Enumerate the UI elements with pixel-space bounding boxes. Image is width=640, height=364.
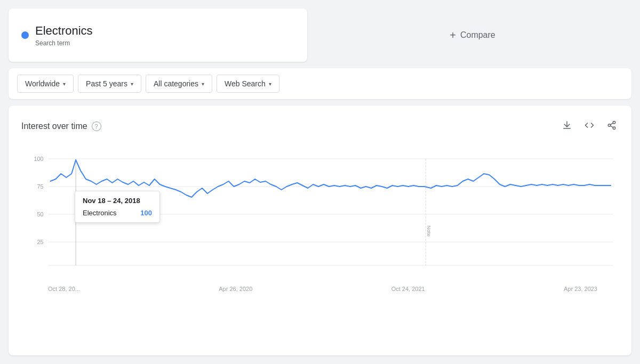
- download-button[interactable]: [560, 118, 574, 134]
- search-term-name: Electronics: [35, 23, 93, 39]
- svg-point-2: [613, 127, 615, 130]
- svg-line-4: [610, 123, 613, 125]
- chart-actions: [560, 118, 619, 134]
- share-button[interactable]: [605, 118, 619, 134]
- embed-button[interactable]: [582, 118, 596, 134]
- time-range-chevron-icon: ▾: [131, 81, 133, 87]
- region-filter[interactable]: Worldwide ▾: [17, 75, 74, 93]
- x-label-3: Oct 24, 2021: [391, 286, 425, 292]
- category-label: All categories: [154, 79, 198, 88]
- svg-point-0: [613, 122, 615, 124]
- help-icon[interactable]: ?: [92, 122, 101, 131]
- search-term-label-text: Search term: [35, 39, 93, 47]
- svg-text:Note: Note: [426, 225, 432, 237]
- chart-header: Interest over time ?: [21, 118, 619, 134]
- compare-label: Compare: [460, 30, 495, 40]
- time-range-label: Past 5 years: [86, 79, 127, 88]
- search-term-card: Electronics Search term: [9, 9, 307, 62]
- x-label-4: Apr 23, 2023: [564, 286, 597, 292]
- svg-text:25: 25: [37, 239, 44, 245]
- svg-point-1: [608, 124, 611, 127]
- search-type-chevron-icon: ▾: [269, 81, 271, 87]
- filter-bar: Worldwide ▾ Past 5 years ▾ All categorie…: [9, 68, 631, 99]
- x-axis-labels: Oct 28, 20... Apr 26, 2020 Oct 24, 2021 …: [21, 284, 619, 292]
- svg-text:75: 75: [37, 183, 44, 190]
- time-range-filter[interactable]: Past 5 years ▾: [78, 75, 141, 93]
- chart-title: Interest over time: [21, 122, 87, 131]
- search-type-filter[interactable]: Web Search ▾: [217, 75, 279, 93]
- region-chevron-icon: ▾: [63, 81, 66, 87]
- compare-plus-icon: +: [450, 29, 456, 42]
- svg-text:100: 100: [34, 156, 43, 162]
- search-type-label: Web Search: [225, 79, 266, 88]
- chart-container[interactable]: 100 75 50 25 Note Nov 18 – 24, 2018 Elec…: [21, 143, 619, 284]
- term-dot: [21, 31, 29, 39]
- chart-card: Interest over time ?: [9, 106, 631, 355]
- search-term-text: Electronics Search term: [35, 23, 93, 47]
- interest-chart: 100 75 50 25 Note: [21, 143, 619, 281]
- compare-card[interactable]: + Compare: [314, 9, 631, 62]
- x-label-1: Oct 28, 20...: [48, 286, 80, 292]
- svg-text:50: 50: [37, 211, 44, 217]
- region-label: Worldwide: [25, 79, 60, 88]
- svg-line-3: [610, 126, 613, 127]
- category-chevron-icon: ▾: [202, 81, 204, 87]
- top-section: Electronics Search term + Compare: [9, 9, 631, 62]
- chart-title-group: Interest over time ?: [21, 122, 101, 131]
- x-label-2: Apr 26, 2020: [219, 286, 252, 292]
- category-filter[interactable]: All categories ▾: [146, 75, 212, 93]
